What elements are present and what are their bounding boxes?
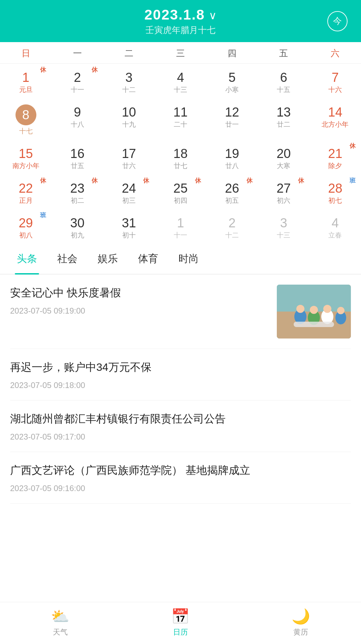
calendar-cell[interactable]: 班28初七 bbox=[309, 174, 361, 209]
calendar-cell[interactable]: 13廿二 bbox=[258, 98, 309, 140]
cell-badge: 休 bbox=[195, 176, 201, 185]
cell-date-number: 1 bbox=[22, 71, 29, 84]
header-date: 2023.1.8 bbox=[144, 7, 205, 23]
cell-date-number: 24 bbox=[122, 182, 136, 195]
calendar-cell[interactable]: 1十一 bbox=[155, 209, 206, 244]
cell-date-number: 20 bbox=[276, 147, 291, 160]
weekday-mon: 一 bbox=[52, 42, 103, 63]
calendar-cell[interactable]: 20大寒 bbox=[258, 140, 309, 174]
cell-date-number: 29 bbox=[19, 217, 33, 229]
news-time: 2023-07-05 09:17:00 bbox=[10, 432, 351, 442]
calendar-cell[interactable]: 5小寒 bbox=[206, 64, 258, 98]
cell-lunar-text: 除夕 bbox=[328, 161, 342, 170]
news-tab-社会[interactable]: 社会 bbox=[47, 244, 88, 274]
cell-lunar-text: 二十 bbox=[174, 120, 187, 129]
cell-date-number: 16 bbox=[70, 147, 85, 160]
cell-date-number: 26 bbox=[225, 182, 239, 195]
cell-lunar-text: 初八 bbox=[19, 231, 33, 240]
cell-lunar-text: 十九 bbox=[122, 120, 136, 129]
cell-date-number: 11 bbox=[173, 106, 188, 119]
today-button[interactable]: 今 bbox=[327, 11, 348, 31]
cell-lunar-text: 十三 bbox=[174, 85, 187, 94]
news-item[interactable]: 广西文艺评论（广西民族师范学院） 基地揭牌成立 2023-07-05 09:16… bbox=[10, 452, 351, 504]
calendar-cell[interactable]: 2十二 bbox=[206, 209, 258, 244]
cell-lunar-text: 廿六 bbox=[122, 161, 136, 170]
news-item[interactable]: 再迟一步，账户中34万元不保 2023-07-05 09:18:00 bbox=[10, 349, 351, 400]
calendar-cell[interactable]: 15南方小年 bbox=[0, 140, 52, 174]
calendar-cell[interactable]: 休21除夕 bbox=[309, 140, 361, 174]
calendar-icon: 📅 bbox=[171, 608, 190, 625]
news-tab-娱乐[interactable]: 娱乐 bbox=[88, 244, 128, 274]
news-item-inner: 广西文艺评论（广西民族师范学院） 基地揭牌成立 2023-07-05 09:16… bbox=[10, 462, 351, 493]
news-thumbnail bbox=[277, 285, 351, 339]
nav-calendar-label: 日历 bbox=[173, 627, 188, 637]
cell-lunar-text: 十六 bbox=[328, 85, 342, 94]
news-image-svg bbox=[277, 285, 351, 339]
news-item-inner: 安全记心中 快乐度暑假 2023-07-05 09:19:00 bbox=[10, 285, 351, 339]
cell-date-number: 2 bbox=[74, 71, 81, 84]
cell-date-number: 1 bbox=[177, 217, 184, 229]
calendar-cell[interactable]: 19廿八 bbox=[206, 140, 258, 174]
cell-date-number: 23 bbox=[70, 182, 85, 195]
cell-date-number: 12 bbox=[225, 106, 239, 119]
cell-date-number: 31 bbox=[122, 217, 136, 229]
calendar-cell[interactable]: 11二十 bbox=[155, 98, 206, 140]
weekday-thu: 四 bbox=[206, 42, 258, 63]
calendar-cell[interactable]: 18廿七 bbox=[155, 140, 206, 174]
calendar-cell[interactable]: 休26初五 bbox=[206, 174, 258, 209]
calendar-cell[interactable]: 休1元旦 bbox=[0, 64, 52, 98]
calendar-cell[interactable]: 4立春 bbox=[309, 209, 361, 244]
cell-lunar-text: 初四 bbox=[174, 196, 187, 205]
calendar-cell[interactable]: 17廿六 bbox=[103, 140, 155, 174]
news-tab-头条[interactable]: 头条 bbox=[7, 244, 47, 274]
cell-date-number: 27 bbox=[276, 182, 291, 195]
cell-lunar-text: 初六 bbox=[277, 196, 290, 205]
cell-badge: 休 bbox=[92, 66, 98, 74]
calendar-cell[interactable]: 7十六 bbox=[309, 64, 361, 98]
calendar-cell[interactable]: 9十八 bbox=[52, 98, 103, 140]
nav-weather-label: 天气 bbox=[53, 627, 68, 637]
nav-almanac[interactable]: 🌙 黄历 bbox=[292, 608, 310, 637]
calendar-cell[interactable]: 休23初二 bbox=[52, 174, 103, 209]
chevron-down-icon[interactable]: ∨ bbox=[209, 9, 217, 22]
news-title: 广西文艺评论（广西民族师范学院） 基地揭牌成立 bbox=[10, 462, 351, 478]
calendar-cell[interactable]: 6十五 bbox=[258, 64, 309, 98]
cell-badge: 休 bbox=[143, 176, 149, 185]
cell-lunar-text: 初二 bbox=[71, 196, 84, 205]
cell-lunar-text: 廿二 bbox=[277, 120, 290, 129]
weather-icon: ⛅ bbox=[51, 608, 69, 625]
nav-weather[interactable]: ⛅ 天气 bbox=[51, 608, 69, 637]
cell-lunar-text: 廿七 bbox=[174, 161, 187, 170]
cell-lunar-text: 立春 bbox=[328, 231, 342, 240]
news-tab-时尚[interactable]: 时尚 bbox=[168, 244, 209, 274]
calendar-cell[interactable]: 休24初三 bbox=[103, 174, 155, 209]
calendar-cell[interactable]: 休22正月 bbox=[0, 174, 52, 209]
calendar-cell[interactable]: 3十二 bbox=[103, 64, 155, 98]
cell-badge: 休 bbox=[92, 176, 98, 185]
cell-date-number: 3 bbox=[125, 71, 132, 84]
calendar-cell[interactable]: 30初九 bbox=[52, 209, 103, 244]
today-icon: 今 bbox=[333, 15, 342, 27]
calendar-cell[interactable]: 3十三 bbox=[258, 209, 309, 244]
news-item[interactable]: 湖北随州曾都汇丰村镇银行有限责任公司公告 2023-07-05 09:17:00 bbox=[10, 400, 351, 452]
calendar-cell[interactable]: 4十三 bbox=[155, 64, 206, 98]
news-text-block: 广西文艺评论（广西民族师范学院） 基地揭牌成立 2023-07-05 09:16… bbox=[10, 462, 351, 493]
cell-date-number: 15 bbox=[19, 147, 33, 160]
calendar-cell[interactable]: 14北方小年 bbox=[309, 98, 361, 140]
calendar-cell[interactable]: 16廿五 bbox=[52, 140, 103, 174]
calendar-cell[interactable]: 31初十 bbox=[103, 209, 155, 244]
news-tab-体育[interactable]: 体育 bbox=[128, 244, 168, 274]
calendar-cell[interactable]: 休2十一 bbox=[52, 64, 103, 98]
nav-calendar[interactable]: 📅 日历 bbox=[171, 608, 190, 637]
cell-date-number: 14 bbox=[328, 106, 342, 119]
calendar-cell[interactable]: 8十七 bbox=[0, 98, 52, 140]
calendar-cell[interactable]: 12廿一 bbox=[206, 98, 258, 140]
bottom-nav: ⛅ 天气 📅 日历 🌙 黄历 bbox=[0, 602, 361, 644]
calendar-cell[interactable]: 10十九 bbox=[103, 98, 155, 140]
cell-lunar-text: 元旦 bbox=[19, 85, 33, 94]
calendar-cell[interactable]: 休27初六 bbox=[258, 174, 309, 209]
cell-date-number: 4 bbox=[332, 217, 339, 229]
calendar-cell[interactable]: 休25初四 bbox=[155, 174, 206, 209]
news-item[interactable]: 安全记心中 快乐度暑假 2023-07-05 09:19:00 bbox=[10, 275, 351, 349]
calendar-cell[interactable]: 班29初八 bbox=[0, 209, 52, 244]
